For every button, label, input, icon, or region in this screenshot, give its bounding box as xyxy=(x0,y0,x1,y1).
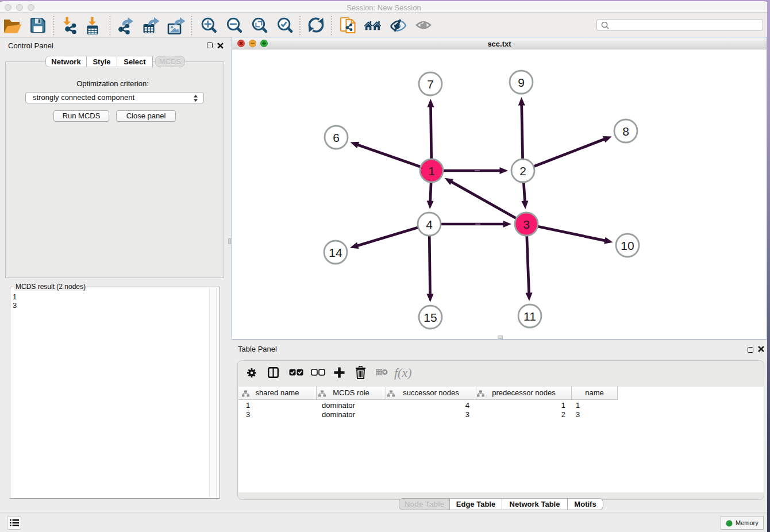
svg-text:3: 3 xyxy=(523,218,530,231)
svg-text:1: 1 xyxy=(428,164,435,178)
svg-text:10: 10 xyxy=(621,239,634,252)
svg-text:14: 14 xyxy=(329,246,342,259)
svg-text:15: 15 xyxy=(424,311,437,324)
svg-text:8: 8 xyxy=(622,125,629,138)
svg-text:11: 11 xyxy=(523,310,536,323)
svg-text:2: 2 xyxy=(519,164,526,178)
svg-text:7: 7 xyxy=(427,78,434,91)
svg-text:6: 6 xyxy=(333,131,340,144)
svg-text:9: 9 xyxy=(518,76,525,89)
svg-text:4: 4 xyxy=(426,218,433,231)
